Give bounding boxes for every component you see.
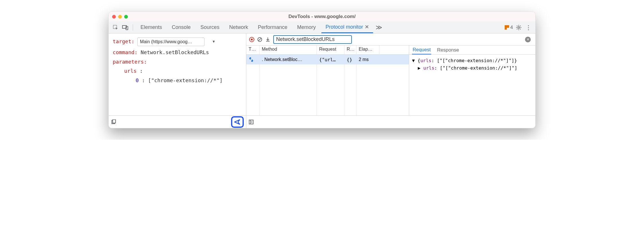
log-row[interactable]: . Network.setBloc… {"url… {} 2 ms	[246, 55, 409, 64]
log-body: T… Method Request R… Elap… . Network.set…	[246, 46, 535, 115]
main-tabstrip: Elements Console Sources Network Perform…	[109, 21, 535, 34]
tab-protocol-monitor[interactable]: Protocol monitor ✕	[321, 21, 373, 33]
urls-row: urls :	[113, 66, 242, 76]
settings-gear-icon[interactable]	[515, 23, 523, 32]
target-select[interactable]	[137, 38, 204, 46]
col-response[interactable]: R…	[344, 46, 356, 54]
grid-empty	[246, 64, 409, 115]
tab-label: Protocol monitor	[325, 24, 363, 30]
target-row: target:	[113, 37, 242, 46]
filter-clear-icon[interactable]: ✕	[525, 37, 531, 42]
download-icon[interactable]	[265, 37, 270, 42]
param-index: 0	[136, 77, 139, 83]
tab-memory[interactable]: Memory	[293, 21, 320, 33]
parameters-label: parameters:	[113, 59, 147, 65]
grid-header: T… Method Request R… Elap…	[246, 46, 409, 55]
log-toolbar: ✕	[246, 34, 535, 46]
target-select-wrap	[137, 37, 218, 46]
tab-elements[interactable]: Elements	[136, 21, 166, 33]
svg-rect-5	[113, 119, 116, 123]
maximize-window-button[interactable]	[124, 15, 128, 19]
col-elapsed[interactable]: Elap…	[356, 46, 379, 54]
row-elapsed: 2 ms	[356, 57, 379, 62]
minimize-window-button[interactable]	[118, 15, 122, 19]
kebab-menu-icon[interactable]: ⋮	[524, 23, 532, 32]
warning-flag-icon	[505, 25, 509, 30]
divider	[133, 24, 133, 31]
device-toolbar-icon[interactable]	[121, 23, 129, 32]
tab-console[interactable]: Console	[168, 21, 195, 33]
tab-sources[interactable]: Sources	[196, 21, 223, 33]
tab-close-icon[interactable]: ✕	[365, 24, 369, 30]
titlebar: DevTools - www.google.com/	[109, 12, 535, 21]
detail-tab-request[interactable]: Request	[412, 46, 431, 54]
more-tabs-icon[interactable]: ≫	[375, 23, 383, 32]
detail-tab-response[interactable]: Response	[436, 46, 460, 54]
command-value[interactable]: Network.setBlockedURLs	[141, 49, 209, 55]
window-controls	[112, 15, 128, 19]
inspect-element-icon[interactable]	[112, 23, 120, 32]
tab-network[interactable]: Network	[225, 21, 252, 33]
row-method: . Network.setBloc…	[259, 57, 317, 62]
detail-body: ▼ {urls: ["["chrome-extension://*"]"]} ▶…	[409, 55, 535, 115]
svg-rect-7	[251, 39, 253, 40]
urls-label: urls	[124, 68, 136, 74]
protocol-log-pane: ✕ T… Method Request R… Elap…	[246, 34, 535, 128]
param-value[interactable]: ["chrome-extension://*"]	[148, 77, 223, 83]
svg-rect-10	[249, 120, 253, 124]
tab-performance[interactable]: Performance	[254, 21, 291, 33]
row-request: {"url…	[317, 57, 344, 62]
filter-input[interactable]	[273, 35, 352, 44]
log-footer	[246, 115, 535, 128]
svg-point-3	[518, 27, 520, 28]
warning-count: 4	[510, 25, 513, 30]
command-label: command:	[113, 49, 138, 55]
log-grid: T… Method Request R… Elap… . Network.set…	[246, 46, 409, 115]
close-window-button[interactable]	[112, 15, 116, 19]
tree-line-2[interactable]: ▶ urls: ["["chrome-extension://*"]"]	[412, 64, 532, 72]
content-split: target: command: Network.setBlockedURLs …	[109, 34, 535, 128]
warnings-badge[interactable]: 4	[505, 25, 513, 30]
row-response: {}	[344, 57, 356, 62]
copy-icon[interactable]	[111, 119, 116, 125]
filter-wrap: ✕	[273, 35, 532, 44]
clear-icon[interactable]	[257, 37, 262, 42]
row-type-icon	[246, 57, 259, 62]
parameters-row: parameters:	[113, 57, 242, 66]
target-label: target:	[113, 37, 134, 46]
command-editor-pane: target: command: Network.setBlockedURLs …	[109, 34, 246, 128]
col-type[interactable]: T…	[246, 46, 259, 54]
col-method[interactable]: Method	[259, 46, 317, 54]
send-icon	[234, 119, 241, 125]
editor-footer	[109, 115, 246, 128]
urls-item-row: 0 : ["chrome-extension://*"]	[113, 76, 242, 85]
col-request[interactable]: Request	[317, 46, 344, 54]
collapse-panel-icon[interactable]	[249, 119, 254, 125]
send-command-button[interactable]	[231, 116, 244, 128]
tree-line-1[interactable]: ▼ {urls: ["["chrome-extension://*"]"]}	[412, 57, 532, 64]
svg-line-9	[258, 38, 261, 41]
detail-tabs: Request Response	[409, 46, 535, 55]
command-editor-body: target: command: Network.setBlockedURLs …	[109, 34, 246, 115]
detail-panel: Request Response ▼ {urls: ["["chrome-ext…	[409, 46, 535, 115]
devtools-window: DevTools - www.google.com/ Elements Cons…	[108, 11, 536, 128]
command-row: command: Network.setBlockedURLs	[113, 48, 242, 57]
window-title: DevTools - www.google.com/	[288, 14, 356, 19]
record-icon[interactable]	[249, 37, 254, 42]
